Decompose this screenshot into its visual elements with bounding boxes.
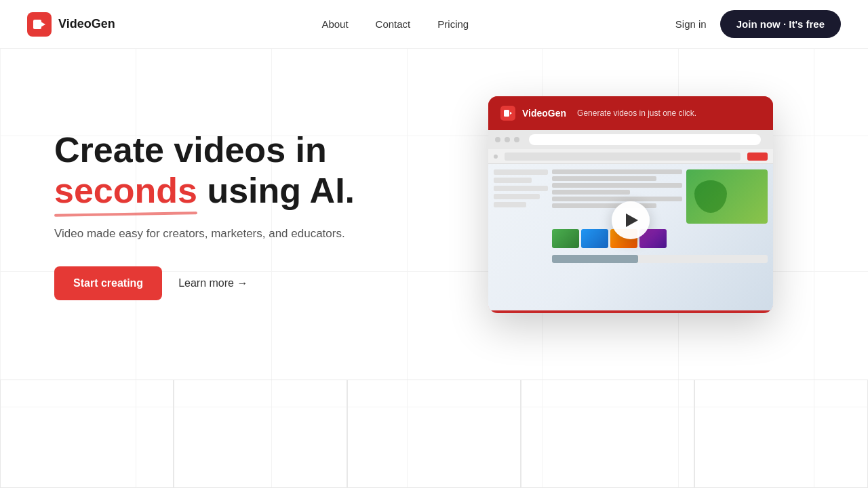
vp-dot-2 — [505, 137, 510, 142]
vp-sc-si-2 — [494, 178, 532, 183]
svg-rect-0 — [504, 110, 509, 117]
vp-logo-text: VideoGen — [522, 108, 566, 119]
vp-sc-thumbnails — [552, 229, 768, 248]
vp-sc-urlbar — [505, 152, 741, 161]
hero-video-preview: VideoGen Generate videos in just one cli… — [488, 89, 780, 313]
logo[interactable]: VideoGen — [27, 12, 115, 37]
vp-sc-thumb-1 — [552, 229, 579, 248]
start-creating-button[interactable]: Start creating — [54, 266, 162, 300]
vp-sc-sidebar — [494, 169, 548, 263]
sign-in-link[interactable]: Sign in — [675, 18, 707, 30]
play-icon — [626, 214, 638, 227]
learn-more-link[interactable]: Learn more → — [178, 277, 248, 289]
video-preview-card: VideoGen Generate videos in just one cli… — [488, 96, 773, 313]
vp-logo-icon — [500, 106, 515, 121]
hero-actions: Start creating Learn more → — [54, 266, 448, 300]
vp-sc-save-btn — [747, 152, 768, 161]
svg-marker-1 — [510, 112, 512, 115]
hero-section: Create videos in seconds using AI. Video… — [54, 89, 448, 300]
logo-text: VideoGen — [58, 17, 115, 31]
join-button[interactable]: Join now · It's free — [720, 10, 841, 38]
vp-sc-line-1 — [552, 169, 682, 174]
logo-icon — [27, 12, 52, 37]
vp-sc-si-4 — [494, 194, 540, 199]
vp-sc-image-area — [686, 169, 768, 224]
vp-sc-topbar — [488, 149, 773, 164]
nav-pricing[interactable]: Pricing — [437, 18, 469, 30]
main-content: Create videos in seconds using AI. Video… — [0, 49, 868, 488]
hero-heading-part1: Create videos in — [54, 130, 327, 169]
vp-sc-thumb-2 — [581, 229, 608, 248]
vp-url-bar — [529, 134, 761, 145]
play-button[interactable] — [612, 201, 650, 239]
vp-dot-1 — [495, 137, 500, 142]
vp-sc-timeline — [552, 255, 768, 263]
video-preview-body — [488, 130, 773, 310]
vp-sc-line-2 — [552, 176, 656, 181]
video-preview-header: VideoGen Generate videos in just one cli… — [488, 96, 773, 130]
navbar: VideoGen About Contact Pricing Sign in J… — [0, 0, 868, 49]
nav-contact[interactable]: Contact — [376, 18, 411, 30]
vp-browser-bar — [488, 130, 773, 149]
vp-sc-line-3 — [552, 183, 682, 188]
vp-tagline: Generate videos in just one click. — [577, 108, 696, 118]
vp-sc-line-5 — [552, 197, 682, 201]
nav-links: About Contact Pricing — [321, 18, 469, 30]
navbar-actions: Sign in Join now · It's free — [675, 10, 841, 38]
vp-sc-si-3 — [494, 186, 548, 191]
vp-sc-line-4 — [552, 190, 630, 195]
vp-sc-main — [552, 169, 768, 263]
hero-subtitle: Video made easy for creators, marketers,… — [54, 225, 448, 243]
logo-icon-shape — [33, 20, 45, 29]
hero-heading-highlight: seconds — [54, 171, 197, 211]
vp-sc-dot-1 — [494, 155, 498, 159]
hero-heading-part2: using AI. — [207, 171, 355, 210]
vp-sc-si-5 — [494, 202, 526, 207]
hero-heading: Create videos in seconds using AI. — [54, 130, 448, 211]
nav-about[interactable]: About — [321, 18, 348, 30]
vp-sc-si-1 — [494, 169, 548, 175]
vp-dot-3 — [514, 137, 519, 142]
